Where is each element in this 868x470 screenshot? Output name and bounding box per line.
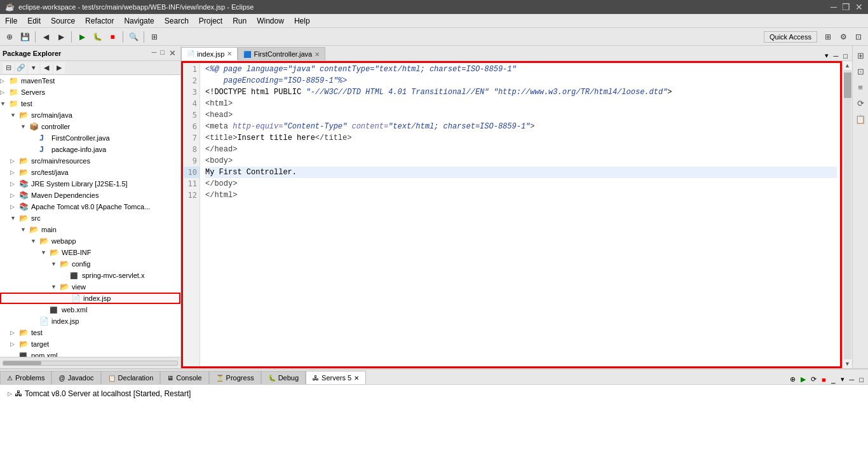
debug-button[interactable]: 🐛 xyxy=(90,30,104,44)
menubar-item-help[interactable]: Help xyxy=(289,15,315,27)
btab-new-server[interactable]: ⊕ xyxy=(788,375,797,384)
toolbar-icon2[interactable]: ⚙ xyxy=(836,30,850,44)
tree-item-main[interactable]: ▼📂main xyxy=(0,224,180,235)
bottom-tab-debug[interactable]: 🐛Debug xyxy=(261,371,306,384)
tree-item-Maven Dependencies[interactable]: ▷📚Maven Dependencies xyxy=(0,190,180,201)
forward-button[interactable]: ▶ xyxy=(54,30,68,44)
rs-icon-5[interactable]: 📋 xyxy=(853,112,867,126)
search-button[interactable]: 🔍 xyxy=(126,30,140,44)
bottom-tab-declaration[interactable]: 📋Declaration xyxy=(101,371,161,384)
menubar-item-file[interactable]: File xyxy=(0,15,22,27)
quick-access-button[interactable]: Quick Access xyxy=(764,31,817,43)
tree-node-label: web.xml xyxy=(62,306,87,314)
btab-start[interactable]: ▶ xyxy=(799,375,808,384)
tree-item-src/main/java[interactable]: ▼📂src/main/java xyxy=(0,109,180,121)
menubar-item-source[interactable]: Source xyxy=(46,15,80,27)
menubar-item-run[interactable]: Run xyxy=(227,15,252,27)
back-button[interactable]: ◀ xyxy=(39,30,53,44)
menubar-item-project[interactable]: Project xyxy=(194,15,227,27)
bottom-tab-javadoc[interactable]: @Javadoc xyxy=(51,371,100,384)
run-button[interactable]: ▶ xyxy=(75,30,89,44)
tree-item-Servers[interactable]: ▷📁Servers xyxy=(0,86,180,98)
tree-arrow: ▷ xyxy=(10,204,19,210)
bottom-tab-problems[interactable]: ⚠Problems xyxy=(0,371,51,384)
tree-item-FirstController.java[interactable]: JFirstController.java xyxy=(0,132,180,144)
tab-list-button[interactable]: ▾ xyxy=(823,51,831,60)
tree-item-package-info.java[interactable]: Jpackage-info.java xyxy=(0,144,180,155)
menubar-item-edit[interactable]: Edit xyxy=(22,15,46,27)
rs-icon-1[interactable]: ⊞ xyxy=(853,48,867,62)
bottom-tab-progress[interactable]: ⏳Progress xyxy=(209,371,261,384)
menubar-item-refactor[interactable]: Refactor xyxy=(80,15,119,27)
btab-minimize[interactable]: ─ xyxy=(848,375,857,384)
perspective-btn[interactable]: ⊞ xyxy=(147,30,161,44)
rs-icon-3[interactable]: ≡ xyxy=(853,80,867,94)
sidebar-maximize-icon[interactable]: □ xyxy=(159,48,166,59)
link-editor-button[interactable]: 🔗 xyxy=(15,62,27,74)
collapse-all-button[interactable]: ⊟ xyxy=(3,62,14,74)
toolbar-icon3[interactable]: ⊡ xyxy=(851,30,865,44)
tree-item-config[interactable]: ▼📂config xyxy=(0,258,180,270)
tree-item-test[interactable]: ▼📁test xyxy=(0,98,180,109)
btab-maximize[interactable]: □ xyxy=(857,375,865,384)
sidebar-back-btn[interactable]: ◀ xyxy=(41,62,52,74)
btab-disconnect[interactable]: ⎯ xyxy=(829,375,837,384)
tree-item-web.xml[interactable]: ⬛web.xml xyxy=(0,304,180,315)
menubar-item-navigate[interactable]: Navigate xyxy=(119,15,159,27)
tree-item-src/test/java[interactable]: ▷📂src/test/java xyxy=(0,167,180,178)
sidebar-scrollbar[interactable] xyxy=(0,357,180,368)
hscroll-track[interactable] xyxy=(3,361,178,366)
sidebar-forward-btn[interactable]: ▶ xyxy=(53,62,65,74)
tree-item-index.jsp-tree[interactable]: 📄index.jsp xyxy=(0,293,180,304)
rs-icon-4[interactable]: ⟳ xyxy=(853,96,867,110)
btab-close-button[interactable]: ✕ xyxy=(354,375,359,382)
close-button[interactable]: ✕ xyxy=(855,2,863,12)
stop-button[interactable]: ■ xyxy=(105,30,119,44)
btab-label: Problems xyxy=(15,374,44,382)
tree-item-src[interactable]: ▼📂src xyxy=(0,212,180,224)
rs-icon-2[interactable]: ⊡ xyxy=(853,64,867,78)
sidebar-minimize-icon[interactable]: ─ xyxy=(151,48,158,59)
editor-tab-FirstController.java[interactable]: 🟦FirstController.java✕ xyxy=(238,47,325,60)
bottom-tab-console[interactable]: 🖥Console xyxy=(160,371,208,384)
tree-item-target[interactable]: ▷📂target xyxy=(0,338,180,350)
tab-close-button[interactable]: ✕ xyxy=(227,50,232,57)
server-item[interactable]: ▷🖧Tomcat v8.0 Server at localhost [Start… xyxy=(5,387,863,400)
menubar-item-window[interactable]: Window xyxy=(252,15,289,27)
editor-tab-index.jsp[interactable]: 📄index.jsp✕ xyxy=(181,47,238,60)
sidebar-view-menu[interactable]: ▾ xyxy=(28,62,39,74)
tree-item-index.jsp-webapp[interactable]: 📄index.jsp xyxy=(0,315,180,327)
vscroll-track[interactable] xyxy=(844,70,851,359)
bottom-tab-servers[interactable]: 🖧Servers 5✕ xyxy=(306,371,366,384)
tree-node-icon: 📁 xyxy=(9,99,19,108)
btab-restart[interactable]: ⟳ xyxy=(809,375,818,384)
code-scrollbar[interactable]: ▲ ▼ xyxy=(842,61,852,368)
toolbar-icon1[interactable]: ⊞ xyxy=(821,30,835,44)
save-button[interactable]: 💾 xyxy=(18,30,32,44)
restore-button[interactable]: ❒ xyxy=(842,2,850,12)
menubar-item-search[interactable]: Search xyxy=(159,15,194,27)
tree-item-view[interactable]: ▼📂view xyxy=(0,281,180,293)
btab-stop[interactable]: ■ xyxy=(820,375,828,384)
scroll-up-button[interactable]: ▲ xyxy=(844,61,850,70)
tree-item-pom.xml[interactable]: ⬛pom.xml xyxy=(0,350,180,357)
tree-item-src/main/resources[interactable]: ▷📂src/main/resources xyxy=(0,155,180,167)
tab-close-button[interactable]: ✕ xyxy=(315,51,320,58)
tree-item-WEB-INF[interactable]: ▼📂WEB-INF xyxy=(0,247,180,258)
tree-item-webapp[interactable]: ▼📂webapp xyxy=(0,235,180,247)
tab-maximize-button[interactable]: □ xyxy=(841,52,850,60)
code-content[interactable]: <%@ page language="java" contentType="te… xyxy=(200,61,842,368)
tree-item-JRE System Library[interactable]: ▷📚JRE System Library [J2SE-1.5] xyxy=(0,178,180,190)
tree-item-controller[interactable]: ▼📦controller xyxy=(0,121,180,132)
sidebar-close-button[interactable]: ✕ xyxy=(167,48,178,59)
scroll-down-button[interactable]: ▼ xyxy=(844,359,850,368)
new-button[interactable]: ⊕ xyxy=(3,30,17,44)
tab-minimize-button[interactable]: ─ xyxy=(832,52,841,60)
btab-menu[interactable]: ▾ xyxy=(839,375,846,384)
code-editor[interactable]: 123456789101112 <%@ page language="java"… xyxy=(181,61,852,368)
tree-item-spring-mvc-servlet[interactable]: ⬛spring-mvc-servlet.x xyxy=(0,270,180,281)
tree-item-mavenTest[interactable]: ▷📁mavenTest xyxy=(0,75,180,86)
minimize-button[interactable]: ─ xyxy=(831,2,837,12)
tree-item-Apache Tomcat[interactable]: ▷📚Apache Tomcat v8.0 [Apache Tomca... xyxy=(0,201,180,212)
tree-item-test-folder[interactable]: ▷📂test xyxy=(0,327,180,338)
